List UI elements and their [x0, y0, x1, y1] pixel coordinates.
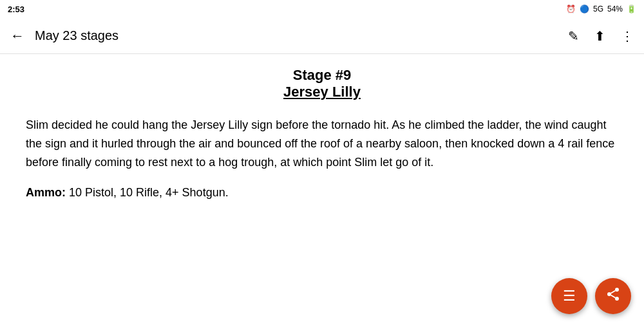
edit-icon[interactable]: ✎	[568, 28, 579, 44]
back-button[interactable]: ←	[10, 28, 24, 44]
svg-point-1	[607, 292, 611, 296]
status-right: ⏰ 🔵 5G 54% 🔋	[566, 5, 636, 14]
share-fab-button[interactable]	[595, 278, 631, 314]
nav-left: ← May 23 stages	[10, 28, 118, 44]
share-icon	[605, 286, 621, 306]
fab-container: ☰	[551, 278, 631, 314]
svg-line-3	[611, 295, 616, 298]
stage-description: Slim decided he could hang the Jersey Li…	[26, 116, 618, 171]
nav-right: ✎ ⬆ ⋮	[568, 28, 634, 44]
stage-number: Stage #9	[26, 67, 618, 84]
stage-heading: Stage #9 Jersey Lilly	[26, 67, 618, 100]
nav-title: May 23 stages	[35, 28, 118, 43]
stage-name: Jersey Lilly	[26, 84, 618, 100]
svg-line-4	[611, 291, 616, 294]
nav-bar: ← May 23 stages ✎ ⬆ ⋮	[0, 18, 644, 54]
battery-icon: 🔋	[627, 5, 636, 14]
status-bar: 2:53 ⏰ 🔵 5G 54% 🔋	[0, 0, 644, 18]
ammo-line: Ammo: 10 Pistol, 10 Rifle, 4+ Shotgun.	[26, 184, 618, 201]
content-area: Stage #9 Jersey Lilly Slim decided he co…	[0, 54, 644, 327]
more-options-icon[interactable]: ⋮	[621, 28, 634, 44]
alarm-icon: ⏰	[566, 5, 576, 14]
svg-point-0	[615, 288, 619, 292]
ammo-value: 10 Pistol, 10 Rifle, 4+ Shotgun.	[66, 186, 229, 199]
bluetooth-icon: 🔵	[580, 5, 589, 14]
svg-point-2	[615, 297, 619, 301]
list-icon: ☰	[563, 288, 576, 304]
ammo-label: Ammo:	[26, 186, 66, 199]
status-time: 2:53	[8, 5, 24, 14]
signal-label: 5G	[593, 5, 603, 14]
list-fab-button[interactable]: ☰	[551, 278, 587, 314]
upload-icon[interactable]: ⬆	[594, 28, 605, 44]
battery-label: 54%	[607, 5, 623, 14]
